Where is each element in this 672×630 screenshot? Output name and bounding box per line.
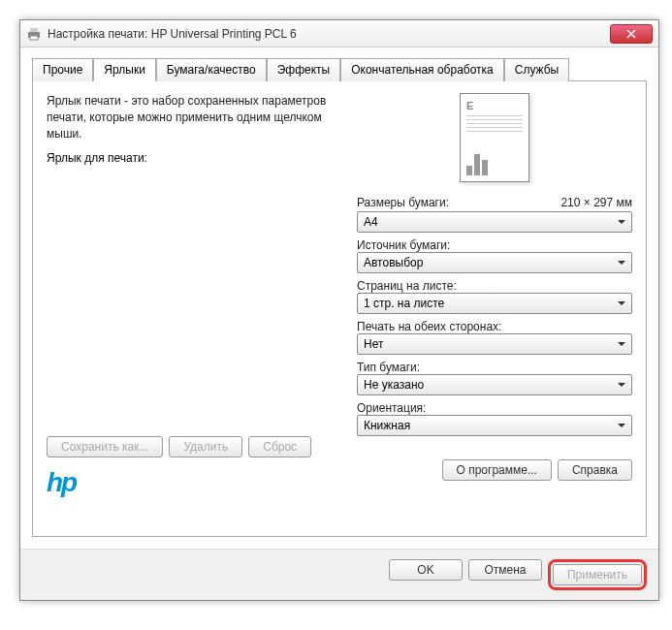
shortcut-actions: Сохранить как... Удалить Сброс xyxy=(47,436,337,457)
shortcut-list-label: Ярлык для печати: xyxy=(47,151,337,165)
paper-type-dropdown[interactable]: Не указано xyxy=(357,374,632,395)
orientation-dropdown[interactable]: Книжная xyxy=(357,415,632,436)
help-button[interactable]: Справка xyxy=(558,459,632,481)
close-button[interactable] xyxy=(610,24,653,44)
svg-rect-2 xyxy=(30,36,38,40)
printer-icon xyxy=(26,26,42,42)
duplex-dropdown[interactable]: Нет xyxy=(357,333,632,355)
dialog-content: Прочие Ярлыки Бумага/качество Эффекты Ок… xyxy=(20,47,658,549)
paper-type-label: Тип бумаги: xyxy=(357,361,632,374)
tab-panel: Ярлык печати - это набор сохраненных пар… xyxy=(32,81,647,537)
paper-source-label: Источник бумаги: xyxy=(357,238,632,252)
print-settings-dialog: Настройка печати: HP Universal Printing … xyxy=(19,19,659,601)
tab-shortcuts[interactable]: Ярлыки xyxy=(93,58,156,81)
paper-size-dims: 210 × 297 мм xyxy=(560,196,632,209)
pages-per-sheet-dropdown[interactable]: 1 стр. на листе xyxy=(357,293,632,314)
orientation-label: Ориентация: xyxy=(357,401,632,415)
info-buttons: О программе... Справка xyxy=(357,459,632,481)
paper-size-dropdown[interactable]: A4 xyxy=(357,211,632,233)
about-button[interactable]: О программе... xyxy=(442,459,552,481)
description-text: Ярлык печати - это набор сохраненных пар… xyxy=(47,93,337,142)
tab-services[interactable]: Службы xyxy=(504,58,569,81)
cancel-button[interactable]: Отмена xyxy=(468,559,542,581)
save-as-button[interactable]: Сохранить как... xyxy=(47,436,163,457)
tab-effects[interactable]: Эффекты xyxy=(267,58,341,81)
hp-logo: hp xyxy=(47,467,337,498)
paper-source-dropdown[interactable]: Автовыбор xyxy=(357,252,632,273)
ok-button[interactable]: OK xyxy=(389,559,463,581)
delete-button[interactable]: Удалить xyxy=(169,436,242,457)
svg-rect-1 xyxy=(30,28,38,32)
apply-button[interactable]: Применить xyxy=(553,564,642,585)
pages-per-sheet-label: Страниц на листе: xyxy=(357,279,632,293)
tab-other[interactable]: Прочие xyxy=(32,58,93,81)
duplex-label: Печать на обеих сторонах: xyxy=(357,320,632,333)
reset-button[interactable]: Сброс xyxy=(248,436,311,457)
paper-size-label: Размеры бумаги: xyxy=(357,196,449,209)
tab-strip: Прочие Ярлыки Бумага/качество Эффекты Ок… xyxy=(32,57,647,81)
close-icon xyxy=(626,29,636,39)
page-preview: E xyxy=(460,93,529,182)
dialog-footer: OK Отмена Применить xyxy=(20,549,658,600)
tab-paper-quality[interactable]: Бумага/качество xyxy=(156,58,267,81)
tab-finishing[interactable]: Окончательная обработка xyxy=(340,58,504,81)
titlebar: Настройка печати: HP Universal Printing … xyxy=(20,20,658,47)
apply-highlight: Применить xyxy=(548,559,647,590)
window-title: Настройка печати: HP Universal Printing … xyxy=(48,27,610,41)
